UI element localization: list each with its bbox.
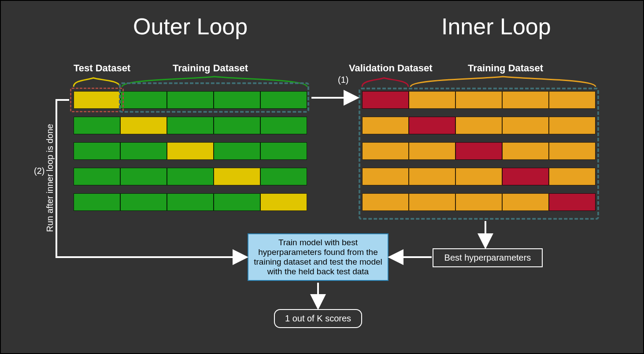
label-step-2: (2) [34, 166, 44, 176]
scores-box: 1 out of K scores [274, 309, 362, 328]
fold-cell-green [260, 142, 307, 160]
brace-training-right-icon [411, 77, 596, 87]
label-run-after: Run after inner loop is done [45, 124, 55, 232]
fold-cell-green [74, 142, 120, 160]
best-hyperparameters-box: Best hyperparameters [433, 248, 543, 267]
fold-cell-green [214, 193, 260, 211]
fold-cell-green [74, 117, 120, 134]
fold-cell-green [167, 168, 214, 185]
label-test-dataset: Test Dataset [74, 63, 130, 74]
fold-cell-green [214, 142, 260, 160]
dashed-training-row0 [119, 82, 309, 113]
fold-cell-green [260, 168, 307, 185]
dashed-inner-grid [359, 88, 599, 220]
label-training-dataset-right: Training Dataset [468, 63, 543, 74]
outer-loop-title: Outer Loop [133, 13, 248, 40]
label-step-1: (1) [338, 75, 348, 85]
fold-cell-green [214, 117, 260, 134]
fold-cell-yellow [260, 193, 307, 211]
fold-cell-yellow [214, 168, 260, 185]
fold-cell-yellow [167, 142, 214, 160]
fold-cell-green [120, 142, 167, 160]
fold-row [74, 142, 307, 160]
brace-test-icon [74, 78, 120, 87]
fold-row [74, 117, 307, 134]
dashed-test-highlight [70, 88, 124, 112]
fold-cell-green [74, 193, 120, 211]
label-validation-dataset: Validation Dataset [349, 63, 433, 74]
label-training-dataset-left: Training Dataset [173, 63, 248, 74]
fold-cell-green [167, 193, 214, 211]
brace-validation-icon [362, 78, 408, 87]
inner-loop-title: Inner Loop [441, 13, 551, 40]
train-model-box: Train model with best hyperparameters fo… [248, 233, 389, 281]
fold-row [74, 168, 307, 185]
fold-cell-green [167, 117, 214, 134]
diagram-canvas: Outer Loop Inner Loop Test Dataset Train… [0, 0, 644, 354]
fold-row [74, 193, 307, 211]
fold-cell-yellow [120, 117, 167, 134]
fold-cell-green [120, 168, 167, 185]
fold-cell-green [74, 168, 120, 185]
fold-cell-green [260, 117, 307, 134]
fold-cell-green [120, 193, 167, 211]
